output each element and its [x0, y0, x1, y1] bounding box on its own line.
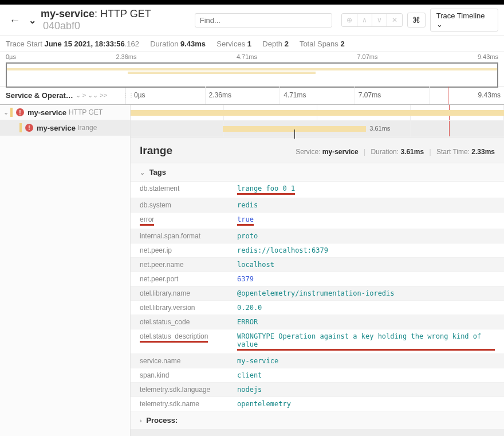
total-spans-value: 2 — [340, 40, 344, 48]
tag-value: lrange foo 0 1 — [237, 184, 495, 195]
tag-value: nodejs — [237, 386, 495, 394]
error-icon: ! — [25, 124, 33, 132]
minimap[interactable]: 0µs 2.36ms 4.71ms 7.07ms 9.43ms — [0, 52, 504, 87]
find-next-icon[interactable]: ∨ — [372, 14, 387, 26]
tag-key: db.system — [140, 201, 237, 209]
trace-id: 040abf0 — [43, 20, 80, 32]
duration-value: 3.61ms — [400, 148, 424, 156]
main-area: ⌄ ! my-service HTTP GET ! my-service lra… — [0, 105, 504, 436]
expand-arrows[interactable]: ⌄ > ⌄⌄ >> — [76, 92, 107, 99]
chevron-right-icon: › — [140, 417, 142, 424]
timeline-ticks-header: 0µs 2.36ms 4.71ms 7.07ms 9.43ms — [131, 87, 504, 104]
chevron-down-icon: ⌄ — [436, 20, 443, 29]
span-tree-row[interactable]: ! my-service lrange — [0, 120, 130, 136]
tag-row[interactable]: telemetry.sdk.languagenodejs — [131, 383, 504, 397]
page-title: my-service: HTTP GET 040abf0 — [41, 8, 190, 32]
span-bar-row[interactable]: 3.61ms — [131, 121, 504, 137]
chevron-down-icon[interactable]: ⌄ — [3, 109, 10, 116]
tag-row[interactable]: internal.span.formatproto — [131, 229, 504, 243]
tag-row[interactable]: otel.status_codeERROR — [131, 315, 504, 329]
error-icon: ! — [16, 108, 24, 116]
log-tick-marker — [294, 129, 295, 139]
span-tree-row[interactable]: ⌄ ! my-service HTTP GET — [0, 105, 130, 120]
detail-meta: Service: my-service | Duration: 3.61ms |… — [296, 148, 495, 156]
tag-row[interactable]: net.peer.namelocalhost — [131, 258, 504, 272]
tag-key: net.peer.ip — [140, 246, 237, 254]
tag-row[interactable]: service.namemy-service — [131, 354, 504, 368]
span-duration-label: 3.61ms — [369, 125, 390, 132]
tag-row[interactable]: span.kindclient — [131, 368, 504, 383]
tags-list: db.statementlrange foo 0 1db.systemredis… — [131, 182, 504, 411]
trace-stats-bar: Trace Start June 15 2021, 18:33:56.162 D… — [0, 36, 504, 52]
service-value: my-service — [322, 148, 359, 156]
total-spans-label: Total Spans — [300, 40, 338, 48]
find-nav-group: ⊕ ∧ ∨ ✕ — [341, 13, 403, 27]
tag-row[interactable]: db.statementlrange foo 0 1 — [131, 182, 504, 198]
tag-key: db.statement — [140, 184, 237, 195]
view-mode-label: Trace Timeline — [436, 11, 485, 20]
service-operation-header: Service & Operat… ⌄ > ⌄⌄ >> — [0, 87, 126, 104]
tag-key: otel.status_description — [140, 332, 237, 351]
current-time-marker — [448, 87, 448, 104]
timeline-panel: 3.61ms lrange Service: my-service | Dura… — [131, 105, 504, 436]
tag-value: redis://localhost:6379 — [237, 246, 495, 254]
tag-row[interactable]: otel.library.version0.20.0 — [131, 301, 504, 315]
tags-section-header[interactable]: ⌄ Tags — [131, 163, 504, 182]
title-operation: HTTP GET — [100, 8, 151, 19]
process-label: Process: — [146, 416, 178, 425]
resize-handle[interactable]: ⋮⋮ — [126, 87, 131, 104]
tag-row[interactable]: net.peer.port6379 — [131, 272, 504, 286]
span-bar[interactable] — [223, 126, 366, 132]
tag-key: telemetry.sdk.language — [140, 386, 237, 394]
view-mode-dropdown[interactable]: Trace Timeline ⌄ — [430, 9, 498, 32]
span-operation-name: HTTP GET — [69, 108, 103, 116]
title-service: my-service — [41, 8, 94, 19]
keyboard-shortcuts-button[interactable]: ⌘ — [407, 13, 426, 28]
process-section-header[interactable]: › Process: — [131, 411, 504, 430]
find-target-icon[interactable]: ⊕ — [342, 14, 357, 26]
service-color-bar — [19, 123, 22, 132]
tag-value: client — [237, 371, 495, 379]
tag-value: 6379 — [237, 275, 495, 283]
minimap-ticks: 0µs 2.36ms 4.71ms 7.07ms 9.43ms — [0, 52, 504, 60]
tag-row[interactable]: errortrue — [131, 213, 504, 229]
tag-key: net.peer.name — [140, 261, 237, 269]
services-value: 1 — [247, 40, 251, 48]
span-bar[interactable] — [131, 110, 504, 116]
tag-row[interactable]: telemetry.sdk.nameopentelemetry — [131, 397, 504, 411]
service-label: Service: — [296, 148, 320, 156]
logs-section-header[interactable]: › Logs (1) — [131, 430, 504, 436]
tag-row[interactable]: net.peer.ipredis://localhost:6379 — [131, 243, 504, 258]
minimap-track[interactable] — [6, 62, 498, 88]
tag-row[interactable]: db.systemredis — [131, 198, 504, 213]
service-operation-label: Service & Operat… — [6, 91, 73, 100]
collapse-toggle[interactable]: ⌄ — [29, 15, 36, 26]
tick-label: 2.36ms — [206, 87, 281, 104]
tag-row[interactable]: otel.status_descriptionWRONGTYPE Operati… — [131, 329, 504, 354]
find-prev-icon[interactable]: ∧ — [357, 14, 372, 26]
duration-label: Duration: — [371, 148, 399, 156]
tag-key: span.kind — [140, 371, 237, 379]
tag-key: otel.status_code — [140, 318, 237, 326]
duration-label: Duration — [150, 40, 178, 48]
chevron-down-icon: ⌄ — [140, 169, 145, 176]
back-button[interactable]: ← — [6, 13, 24, 28]
tag-value: true — [237, 215, 495, 226]
tick-label: 7.07ms — [355, 87, 430, 104]
tag-key: otel.library.version — [140, 304, 237, 312]
detail-title: lrange — [140, 144, 172, 157]
minimap-span-bar — [128, 72, 316, 74]
tag-value: 0.20.0 — [237, 304, 495, 312]
tag-key: net.peer.port — [140, 275, 237, 283]
span-bar-row[interactable] — [131, 105, 504, 121]
find-input[interactable] — [195, 13, 332, 28]
depth-label: Depth — [262, 40, 282, 48]
span-operation-name: lrange — [78, 124, 97, 132]
start-time-value: 2.33ms — [471, 148, 495, 156]
tag-value: my-service — [237, 357, 495, 365]
tag-value: ERROR — [237, 318, 495, 326]
find-clear-icon[interactable]: ✕ — [387, 14, 402, 26]
tag-row[interactable]: otel.library.name@opentelemetry/instrume… — [131, 286, 504, 301]
tag-value: redis — [237, 201, 495, 209]
trace-start-value: June 15 2021, 18:33:56 — [44, 40, 124, 48]
